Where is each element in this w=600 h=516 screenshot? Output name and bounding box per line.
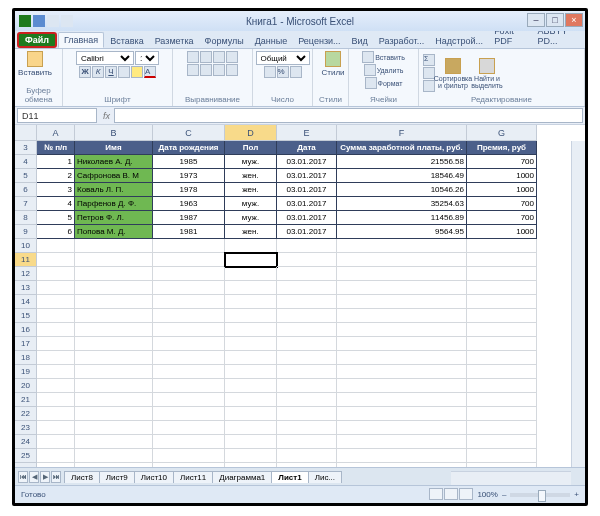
cell-B13[interactable] (75, 281, 153, 295)
sheet-tab-list10[interactable]: Лист10 (134, 471, 174, 483)
cell-C7[interactable]: 1963 (153, 197, 225, 211)
cell-D16[interactable] (225, 323, 277, 337)
cell-B12[interactable] (75, 267, 153, 281)
cell-C20[interactable] (153, 379, 225, 393)
cell-F16[interactable] (337, 323, 467, 337)
cell-D10[interactable] (225, 239, 277, 253)
cell-A3[interactable]: № п/п (37, 141, 75, 155)
cell-E23[interactable] (277, 421, 337, 435)
cell-G15[interactable] (467, 309, 537, 323)
cell-C12[interactable] (153, 267, 225, 281)
cell-G25[interactable] (467, 449, 537, 463)
cell-B5[interactable]: Сафронова В. М (75, 169, 153, 183)
cell-C3[interactable]: Дата рождения (153, 141, 225, 155)
cell-E7[interactable]: 03.01.2017 (277, 197, 337, 211)
cell-F21[interactable] (337, 393, 467, 407)
cell-A20[interactable] (37, 379, 75, 393)
cell-B18[interactable] (75, 351, 153, 365)
vertical-scrollbar[interactable] (571, 141, 585, 481)
cell-G6[interactable]: 1000 (467, 183, 537, 197)
cell-F25[interactable] (337, 449, 467, 463)
cell-E10[interactable] (277, 239, 337, 253)
cell-D17[interactable] (225, 337, 277, 351)
select-all-corner[interactable] (15, 125, 37, 141)
underline-button[interactable]: Ч (105, 66, 117, 78)
cell-F7[interactable]: 35254.63 (337, 197, 467, 211)
col-header-F[interactable]: F (337, 125, 467, 141)
horizontal-scrollbar[interactable] (451, 471, 571, 485)
cell-E11[interactable] (277, 253, 337, 267)
cell-G21[interactable] (467, 393, 537, 407)
row-header-5[interactable]: 5 (15, 169, 37, 183)
row-header-17[interactable]: 17 (15, 337, 37, 351)
sheet-tab-list9[interactable]: Лист9 (99, 471, 135, 483)
cell-D6[interactable]: жен. (225, 183, 277, 197)
cell-G19[interactable] (467, 365, 537, 379)
cell-F4[interactable]: 21556.58 (337, 155, 467, 169)
cell-G4[interactable]: 700 (467, 155, 537, 169)
cell-D25[interactable] (225, 449, 277, 463)
tab-developer[interactable]: Разработ... (374, 34, 429, 48)
tab-addins[interactable]: Надстрой... (430, 34, 488, 48)
cell-C16[interactable] (153, 323, 225, 337)
row-header-16[interactable]: 16 (15, 323, 37, 337)
cell-A15[interactable] (37, 309, 75, 323)
cell-G5[interactable]: 1000 (467, 169, 537, 183)
number-format-select[interactable]: Общий (256, 51, 310, 65)
cell-B21[interactable] (75, 393, 153, 407)
sheet-nav-prev[interactable]: ◀ (29, 471, 39, 483)
cell-A21[interactable] (37, 393, 75, 407)
font-size-select[interactable]: 11 (135, 51, 159, 65)
name-box[interactable] (17, 108, 97, 123)
cell-F17[interactable] (337, 337, 467, 351)
cell-F6[interactable]: 10546.26 (337, 183, 467, 197)
col-header-E[interactable]: E (277, 125, 337, 141)
cell-G9[interactable]: 1000 (467, 225, 537, 239)
font-color-button[interactable]: A (144, 66, 156, 78)
cell-D18[interactable] (225, 351, 277, 365)
merge-button[interactable] (226, 64, 238, 76)
col-header-B[interactable]: B (75, 125, 153, 141)
align-center-button[interactable] (200, 64, 212, 76)
cell-C5[interactable]: 1973 (153, 169, 225, 183)
cell-F22[interactable] (337, 407, 467, 421)
row-header-11[interactable]: 11 (15, 253, 37, 267)
align-right-button[interactable] (213, 64, 225, 76)
cell-E15[interactable] (277, 309, 337, 323)
cell-E25[interactable] (277, 449, 337, 463)
autosum-icon[interactable]: Σ (423, 54, 435, 66)
cell-B20[interactable] (75, 379, 153, 393)
cell-A9[interactable]: 6 (37, 225, 75, 239)
sort-filter-button[interactable]: Сортировка и фильтр (437, 58, 469, 89)
cell-D21[interactable] (225, 393, 277, 407)
tab-data[interactable]: Данные (250, 34, 293, 48)
tab-review[interactable]: Рецензи... (293, 34, 345, 48)
cell-B23[interactable] (75, 421, 153, 435)
cell-D19[interactable] (225, 365, 277, 379)
cell-B4[interactable]: Николаев А. Д. (75, 155, 153, 169)
tab-home[interactable]: Главная (58, 32, 104, 48)
cell-C9[interactable]: 1981 (153, 225, 225, 239)
cell-F10[interactable] (337, 239, 467, 253)
row-header-20[interactable]: 20 (15, 379, 37, 393)
cell-E8[interactable]: 03.01.2017 (277, 211, 337, 225)
cell-B25[interactable] (75, 449, 153, 463)
cell-F3[interactable]: Сумма заработной платы, руб. (337, 141, 467, 155)
cells-delete-button[interactable]: Удалить (364, 64, 404, 76)
cell-A6[interactable]: 3 (37, 183, 75, 197)
cell-G12[interactable] (467, 267, 537, 281)
cell-A5[interactable]: 2 (37, 169, 75, 183)
cell-A10[interactable] (37, 239, 75, 253)
cell-B11[interactable] (75, 253, 153, 267)
cell-F23[interactable] (337, 421, 467, 435)
row-header-4[interactable]: 4 (15, 155, 37, 169)
find-select-button[interactable]: Найти и выделить (471, 58, 503, 89)
cell-B19[interactable] (75, 365, 153, 379)
cell-C13[interactable] (153, 281, 225, 295)
cell-B16[interactable] (75, 323, 153, 337)
cell-G8[interactable]: 700 (467, 211, 537, 225)
cell-E16[interactable] (277, 323, 337, 337)
zoom-out-button[interactable]: – (502, 490, 506, 499)
fx-icon[interactable]: fx (99, 111, 114, 121)
row-header-19[interactable]: 19 (15, 365, 37, 379)
